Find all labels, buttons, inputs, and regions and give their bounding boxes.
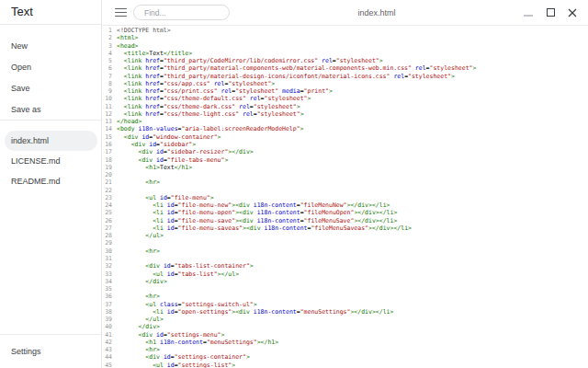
code-line[interactable]: 27 <li id="file-menu-saveas"><div i18n-c… bbox=[102, 224, 588, 232]
line-number: 10 bbox=[102, 95, 112, 102]
code-line[interactable]: 2<html> bbox=[102, 34, 588, 41]
code-line[interactable]: 23 <ul id="file-menu"> bbox=[102, 194, 588, 201]
code-line[interactable]: 38 <li id="open-settings"><div i18n-cont… bbox=[102, 308, 588, 316]
line-number: 39 bbox=[102, 316, 112, 323]
code-line[interactable]: 13</head> bbox=[102, 118, 588, 125]
code-line[interactable]: 40 </div> bbox=[102, 323, 588, 330]
line-number: 35 bbox=[102, 285, 112, 293]
code-content: <link href="css/print.css" rel="styleshe… bbox=[117, 87, 333, 95]
line-number: 36 bbox=[102, 293, 112, 300]
code-line[interactable]: 6 <link href="third_party/material-compo… bbox=[102, 64, 588, 72]
minimize-icon bbox=[524, 15, 533, 17]
code-line[interactable]: 21 <hr> bbox=[102, 178, 588, 186]
code-content: <h1>Text</h1> bbox=[117, 164, 192, 171]
code-line[interactable]: 29 bbox=[102, 239, 588, 247]
settings-label: Settings bbox=[11, 347, 41, 356]
code-content: <div id="settings-container"> bbox=[117, 353, 250, 361]
line-number: 18 bbox=[102, 156, 112, 164]
code-line[interactable]: 28 </ul> bbox=[102, 232, 588, 239]
code-line[interactable]: 1<!DOCTYPE html> bbox=[102, 27, 588, 34]
line-number: 8 bbox=[102, 80, 112, 87]
code-lines: 1<!DOCTYPE html>2<html>3<head>4 <title>T… bbox=[102, 27, 588, 368]
code-line[interactable]: 17 <div id="sidebar-resizer"></div> bbox=[102, 148, 588, 155]
file-tab-readme.md[interactable]: README.md bbox=[5, 171, 97, 191]
code-line[interactable]: 22 bbox=[102, 187, 588, 194]
code-line[interactable]: 7 <link href="third_party/material-desig… bbox=[102, 73, 588, 80]
line-number: 16 bbox=[102, 141, 112, 148]
code-line[interactable]: 19 <h1>Text</h1> bbox=[102, 164, 588, 171]
line-number: 23 bbox=[102, 194, 112, 201]
code-line[interactable]: 10 <link href="css/theme-default.css" re… bbox=[102, 95, 588, 102]
code-line[interactable]: 32 <div id="tabs-list-container"> bbox=[102, 262, 588, 270]
code-line[interactable]: 43 <hr> bbox=[102, 346, 588, 353]
line-number: 38 bbox=[102, 308, 112, 316]
line-number: 33 bbox=[102, 270, 112, 278]
code-line[interactable]: 8 <link href="css/app.css" rel="styleshe… bbox=[102, 80, 588, 87]
line-number: 27 bbox=[102, 224, 112, 232]
code-line[interactable]: 41 <div id="settings-menu"> bbox=[102, 331, 588, 339]
code-content: <div id="sidebar"> bbox=[117, 141, 196, 148]
code-content: <body i18n-values="aria-label:screenRead… bbox=[117, 125, 304, 132]
code-line[interactable]: 26 <li id="file-menu-save"><div i18n-con… bbox=[102, 217, 588, 224]
line-number: 4 bbox=[102, 50, 112, 57]
line-number: 7 bbox=[102, 73, 112, 80]
sidebar-spacer bbox=[0, 191, 101, 334]
code-line[interactable]: 5 <link href="third_party/CodeMirror/lib… bbox=[102, 57, 588, 64]
code-line[interactable]: 37 <ul class="settings-switch-ul"> bbox=[102, 301, 588, 308]
code-line[interactable]: 15 <div id="window-container"> bbox=[102, 133, 588, 141]
code-line[interactable]: 12 <link href="css/theme-light.css" rel=… bbox=[102, 110, 588, 118]
code-line[interactable]: 9 <link href="css/print.css" rel="styles… bbox=[102, 87, 588, 95]
line-number: 42 bbox=[102, 339, 112, 346]
code-content: <li id="file-menu-save"><div i18n-conten… bbox=[117, 217, 397, 224]
code-line[interactable]: 39 </ul> bbox=[102, 316, 588, 323]
line-number: 19 bbox=[102, 164, 112, 171]
maximize-button[interactable] bbox=[546, 8, 555, 17]
line-number: 6 bbox=[102, 64, 112, 72]
code-line[interactable]: 18 <div id="file-tabs-menu"> bbox=[102, 156, 588, 164]
settings-menu-item[interactable]: Settings bbox=[0, 335, 101, 368]
code-line[interactable]: 4 <title>Text</title> bbox=[102, 50, 588, 57]
file-tab-license.md[interactable]: LICENSE.md bbox=[5, 151, 97, 171]
code-line[interactable]: 25 <li id="file-menu-open"><div i18n-con… bbox=[102, 209, 588, 216]
line-number: 37 bbox=[102, 301, 112, 308]
code-line[interactable]: 42 <h1 i18n-content="menuSettings"></h1> bbox=[102, 339, 588, 346]
code-line[interactable]: 3<head> bbox=[102, 42, 588, 50]
code-content: <link href="css/theme-dark.css" rel="sty… bbox=[117, 103, 300, 110]
document-title: index.html bbox=[230, 8, 524, 17]
hamburger-menu-icon[interactable] bbox=[115, 8, 127, 17]
close-button[interactable] bbox=[568, 8, 577, 17]
toolbar: index.html bbox=[102, 0, 588, 26]
code-line[interactable]: 33 <ul id="tabs-list"></ul> bbox=[102, 270, 588, 278]
maximize-icon bbox=[547, 8, 555, 17]
line-number: 12 bbox=[102, 110, 112, 118]
file-tab-index.html[interactable]: index.html bbox=[5, 131, 97, 151]
menu-item-save-as[interactable]: Save as bbox=[0, 98, 101, 120]
code-line[interactable]: 34 </div> bbox=[102, 278, 588, 285]
code-content: <div id="settings-menu"> bbox=[117, 331, 224, 339]
menu-item-new[interactable]: New bbox=[0, 35, 101, 56]
code-line[interactable]: 30 <hr> bbox=[102, 247, 588, 255]
menu-item-open[interactable]: Open bbox=[0, 56, 101, 77]
code-line[interactable]: 20 bbox=[102, 171, 588, 178]
code-line[interactable]: 35 bbox=[102, 285, 588, 293]
code-line[interactable]: 16 <div id="sidebar"> bbox=[102, 141, 588, 148]
find-input[interactable] bbox=[133, 5, 230, 20]
minimize-button[interactable] bbox=[524, 8, 533, 17]
line-number: 25 bbox=[102, 209, 112, 216]
menu-item-save[interactable]: Save bbox=[0, 77, 101, 98]
code-line[interactable]: 11 <link href="css/theme-dark.css" rel="… bbox=[102, 103, 588, 110]
code-content: <div id="sidebar-resizer"></div> bbox=[117, 148, 254, 155]
code-line[interactable]: 31 bbox=[102, 255, 588, 262]
code-line[interactable]: 45 <ul id="settings-list"> bbox=[102, 362, 588, 368]
code-line[interactable]: 24 <li id="file-menu-new"><div i18n-cont… bbox=[102, 201, 588, 209]
code-content: <div id="tabs-list-container"> bbox=[117, 262, 254, 270]
code-content: </div> bbox=[117, 278, 167, 285]
code-line[interactable]: 36 <hr> bbox=[102, 293, 588, 300]
code-editor[interactable]: 1<!DOCTYPE html>2<html>3<head>4 <title>T… bbox=[102, 27, 588, 368]
code-line[interactable]: 44 <div id="settings-container"> bbox=[102, 353, 588, 361]
code-content: <link href="third_party/CodeMirror/lib/c… bbox=[117, 57, 383, 64]
close-icon bbox=[568, 8, 577, 17]
code-line[interactable]: 14<body i18n-values="aria-label:screenRe… bbox=[102, 125, 588, 132]
file-menu: NewOpenSaveSave as bbox=[0, 25, 101, 120]
line-number: 3 bbox=[102, 42, 112, 50]
